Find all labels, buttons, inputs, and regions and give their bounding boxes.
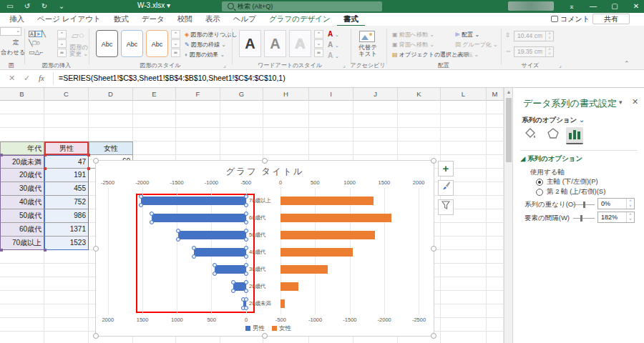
cell-B10[interactable]: 70歳以上 (0, 237, 44, 250)
bar-female-20歳未満[interactable] (280, 299, 285, 308)
shape-styles-launcher-icon[interactable]: ⌟ (223, 62, 230, 69)
chart-frame-handle[interactable] (431, 158, 436, 164)
qat-more-icon[interactable]: ⌄ (56, 1, 67, 11)
save-icon[interactable]: ▭ (4, 1, 16, 11)
shape-fill-button[interactable]: ◈ 図形の塗りつぶし ⌄ (185, 30, 243, 39)
bar-female-40歳代[interactable] (280, 248, 353, 257)
text-fill-button[interactable]: A ⌄ (328, 29, 339, 39)
cell-B8[interactable]: 50歳代 (0, 209, 44, 223)
close-icon[interactable]: ✕ (627, 0, 644, 13)
shape-gallery[interactable]: A➤╲ ╲□○ ▭△⌐ (29, 29, 57, 58)
cell-C5[interactable]: 191 (44, 169, 89, 182)
gap-width-slider[interactable] (573, 218, 595, 219)
column-header-L[interactable]: L (441, 88, 487, 101)
insert-function-icon[interactable]: fx (39, 74, 44, 82)
bar-male-60歳代[interactable] (152, 214, 246, 222)
series-options-link[interactable]: 系列のオプション ⌄ (522, 116, 585, 125)
bar-female-60歳代[interactable] (280, 214, 391, 222)
column-header-M[interactable]: M (487, 88, 504, 101)
chart-frame-handle[interactable] (262, 158, 268, 164)
wordart-style-2[interactable]: A (264, 30, 286, 57)
tab-挿入[interactable]: 挿入 (3, 13, 31, 25)
sheet-area[interactable]: BCDEFGHIJKLM 年代男性女性20歳未満476020歳代19130歳代4… (0, 88, 504, 343)
chart-styles-button[interactable] (438, 180, 454, 196)
change-shape-button[interactable]: 図形の変更 ⌄ (69, 44, 88, 57)
cell-C6[interactable]: 455 (44, 182, 89, 196)
collapse-ribbon-icon[interactable]: ⌃ (624, 60, 630, 67)
cell-B4[interactable]: 20歳未満 (0, 155, 44, 169)
bring-forward-button[interactable]: ▣ 前面へ移動 ⌄ (392, 30, 434, 39)
wordart-style-3[interactable]: A (289, 30, 311, 57)
textbox-icon[interactable]: A (29, 31, 35, 37)
chart-object[interactable]: グラフ タイトル 男性女性 -2500-2000-1500-1000-50005… (95, 160, 434, 337)
arrow-shape-icon[interactable]: ➤ (35, 31, 42, 37)
secondary-axis-radio[interactable] (536, 189, 543, 196)
formula-input[interactable]: =SERIES(Sheet1!$C$3,Sheet1!$B$4:$B$10,Sh… (59, 74, 286, 82)
cell-B5[interactable]: 20歳代 (0, 169, 44, 182)
bar-male-40歳代[interactable] (194, 248, 246, 257)
search-input[interactable]: 検索 (Alt+Q) (222, 1, 382, 11)
restore-icon[interactable]: ▢ (605, 0, 624, 13)
bar-female-30歳代[interactable] (280, 265, 328, 274)
cell-C3-header-selected[interactable]: 男性 (44, 141, 89, 155)
series-options-section[interactable]: ◢ 系列のオプション (520, 154, 582, 164)
minimize-icon[interactable]: — (584, 0, 602, 13)
undo-icon[interactable]: ↺ (21, 1, 33, 11)
cell-C7[interactable]: 752 (44, 196, 89, 209)
chart-legend[interactable]: 男性女性 (96, 324, 434, 333)
wordart-style-1[interactable]: A (239, 30, 261, 57)
cell-B3-header[interactable]: 年代 (0, 141, 44, 155)
wordart-launcher-icon[interactable]: ⌟ (343, 62, 349, 69)
wordart-scroll[interactable]: ⌃⌄≂ (314, 30, 323, 57)
rotate-button[interactable]: ◺ 回転 ⌄ (455, 50, 479, 59)
height-input[interactable]: 10.44 cm˄˅ (514, 31, 554, 41)
tab-ヘルプ[interactable]: ヘルプ (227, 13, 263, 25)
column-header-D[interactable]: D (89, 88, 133, 101)
bar-female-50歳代[interactable] (280, 231, 375, 239)
pane-close-icon[interactable]: ✕ (632, 97, 638, 106)
series-overlap-input[interactable]: 0%˄˅ (597, 198, 635, 209)
cancel-formula-icon[interactable]: ✕ (9, 74, 15, 83)
column-header-E[interactable]: E (133, 88, 176, 101)
secondary-axis-label[interactable]: 第 2 軸 (上/右側)(S) (547, 187, 605, 197)
width-input[interactable]: 19.35 cm˄˅ (514, 46, 554, 57)
chart-frame-handle[interactable] (431, 333, 436, 339)
text-outline-button[interactable]: A ⌄ (328, 40, 339, 49)
cell-B9[interactable]: 60歳代 (0, 223, 44, 237)
ribbon-display-options-icon[interactable]: ⌅ (562, 0, 581, 13)
pane-title-dropdown-icon[interactable]: ▾ (619, 99, 623, 106)
tab-ページ レイアウト[interactable]: ページ レイアウト (31, 13, 107, 25)
alt-text-button[interactable]: 代替テキスト (356, 44, 379, 57)
chart-filter-button[interactable] (438, 199, 454, 215)
tab-書式[interactable]: 書式 (337, 13, 365, 26)
cell-C9[interactable]: 1371 (44, 223, 89, 237)
cell-B6[interactable]: 30歳代 (0, 182, 44, 196)
fill-line-tab[interactable] (522, 127, 539, 144)
cell-D3-header[interactable]: 女性 (89, 141, 133, 155)
chart-title[interactable]: グラフ タイトル (96, 166, 434, 178)
primary-axis-label[interactable]: 主軸 (下/左側)(P) (547, 177, 598, 187)
vertical-scrollbar[interactable]: ▲ (504, 88, 512, 343)
shape-gallery-scroll[interactable]: ⌃⌄≂ (57, 30, 67, 57)
column-header-C[interactable]: C (44, 88, 89, 101)
cell-C8[interactable]: 986 (44, 209, 89, 223)
column-header-J[interactable]: J (353, 88, 398, 101)
shape-style-1[interactable]: Abc (96, 30, 118, 57)
bar-female-70歳以上[interactable] (280, 197, 374, 205)
tab-数式[interactable]: 数式 (107, 13, 135, 25)
primary-axis-radio[interactable] (536, 179, 543, 186)
tab-表示[interactable]: 表示 (199, 13, 227, 25)
comments-button[interactable]: コメント (551, 14, 590, 24)
share-button[interactable]: 共有 (592, 14, 630, 24)
shape-style-3[interactable]: Abc (146, 30, 168, 57)
bar-male-30歳代[interactable] (215, 265, 246, 274)
column-header-B[interactable]: B (0, 88, 44, 101)
workbook-title[interactable]: W-3.xlsx ▾ (107, 1, 200, 9)
effects-tab[interactable] (545, 127, 562, 144)
series-overlap-slider[interactable] (573, 204, 595, 205)
series-options-tab[interactable] (566, 127, 583, 144)
chart-frame-handle[interactable] (93, 246, 99, 252)
send-backward-button[interactable]: ▣ 背面へ移動 ⌄ (392, 40, 434, 49)
line-icon[interactable]: ╲ (42, 30, 46, 37)
group-button[interactable]: 回 グループ化 ⌄ (455, 40, 498, 49)
